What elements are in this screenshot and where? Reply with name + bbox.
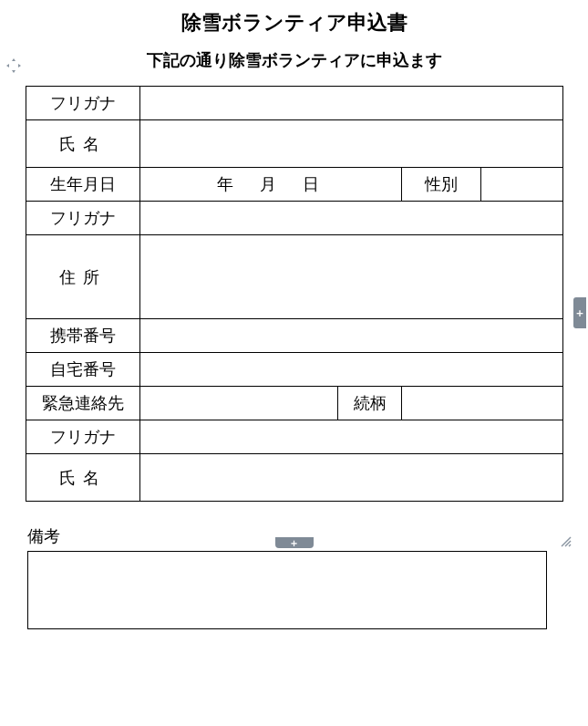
svg-marker-3	[18, 64, 21, 67]
table-resize-handle-icon[interactable]	[559, 534, 572, 547]
furigana-3-field[interactable]	[139, 420, 562, 454]
mobile-field[interactable]	[139, 319, 562, 353]
page-title: 除雪ボランティア申込書	[0, 0, 588, 36]
table-row: 氏名	[26, 120, 562, 168]
address-label: 住所	[26, 235, 139, 319]
mobile-label: 携帯番号	[26, 319, 139, 353]
gender-field[interactable]	[481, 168, 562, 202]
name-1-field[interactable]	[139, 120, 562, 168]
table-row: フリガナ	[26, 420, 562, 454]
table-move-handle-icon[interactable]	[5, 57, 22, 74]
table-row: 氏名	[26, 454, 562, 502]
emergency-field[interactable]	[139, 387, 338, 420]
furigana-3-label: フリガナ	[26, 420, 139, 454]
application-form-table: フリガナ 氏名 生年月日 年 月 日 性別 フリガナ 住所 携帯番号 自宅番号 …	[26, 86, 563, 502]
name-2-label: 氏名	[26, 454, 139, 502]
home-phone-field[interactable]	[139, 353, 562, 387]
table-row: 緊急連絡先 続柄	[26, 387, 562, 420]
table-row: 住所	[26, 235, 562, 319]
furigana-2-label: フリガナ	[26, 202, 139, 235]
relationship-label: 続柄	[338, 387, 402, 420]
plus-icon: ＋	[289, 536, 299, 550]
furigana-1-label: フリガナ	[26, 87, 139, 120]
svg-marker-0	[12, 58, 15, 61]
birthdate-label: 生年月日	[26, 168, 139, 202]
add-column-handle[interactable]: ＋	[573, 297, 586, 328]
remarks-field[interactable]	[27, 551, 547, 629]
svg-line-6	[569, 544, 571, 546]
table-row: フリガナ	[26, 87, 562, 120]
name-1-label: 氏名	[26, 120, 139, 168]
svg-marker-1	[12, 70, 15, 73]
table-row: 自宅番号	[26, 353, 562, 387]
furigana-1-field[interactable]	[139, 87, 562, 120]
home-phone-label: 自宅番号	[26, 353, 139, 387]
name-2-field[interactable]	[139, 454, 562, 502]
address-field[interactable]	[139, 235, 562, 319]
plus-icon: ＋	[574, 306, 585, 321]
add-row-handle[interactable]: ＋	[275, 537, 314, 548]
furigana-2-field[interactable]	[139, 202, 562, 235]
svg-marker-2	[6, 64, 9, 67]
table-row: 生年月日 年 月 日 性別	[26, 168, 562, 202]
page-subtitle: 下記の通り除雪ボランティアに申込ます	[0, 49, 588, 71]
gender-label: 性別	[401, 168, 480, 202]
table-row: 携帯番号	[26, 319, 562, 353]
emergency-label: 緊急連絡先	[26, 387, 139, 420]
birthdate-field[interactable]: 年 月 日	[139, 168, 401, 202]
table-row: フリガナ	[26, 202, 562, 235]
relationship-field[interactable]	[401, 387, 562, 420]
